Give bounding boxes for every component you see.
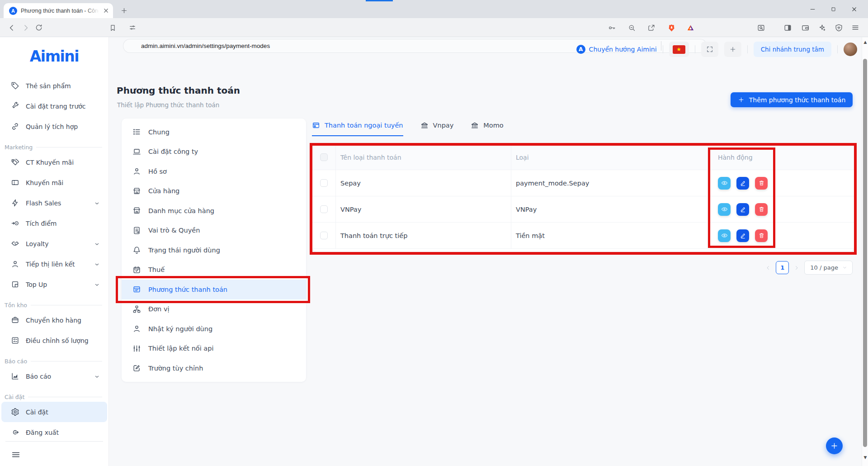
search-window-icon[interactable] [754, 18, 768, 37]
ai-sparkle-icon[interactable] [815, 18, 829, 37]
settings-menu-item[interactable]: Đơn vị [122, 300, 306, 319]
settings-menu-item-label: Trạng thái người dùng [148, 247, 220, 254]
window-controls [802, 0, 864, 18]
sidebar-item[interactable]: Tích điểm [0, 213, 108, 233]
sidebar-item[interactable]: CT Khuyến mãi [0, 152, 108, 172]
chev-right-icon [793, 265, 800, 271]
branch-button[interactable]: Chi nhánh trung tâm [754, 42, 831, 57]
sidebar-item[interactable]: Flash Sales [0, 193, 108, 213]
language-flag-button[interactable]: ★ [669, 42, 689, 57]
next-page-icon[interactable] [793, 265, 800, 271]
settings-menu-item[interactable]: Danh mục cửa hàng [122, 201, 306, 221]
add-quick-button[interactable] [724, 42, 741, 57]
tab-thanh-toán-ngoại-tuyến[interactable]: Thanh toán ngoại tuyến [312, 121, 403, 136]
settings-menu-item[interactable]: Thiết lập kết nối api [122, 339, 306, 359]
prev-page-icon[interactable] [765, 265, 771, 271]
settings-menu-item[interactable]: Cửa hàng [122, 181, 306, 201]
app-logo[interactable]: Aimini [0, 37, 108, 76]
scrollbar-thumb[interactable] [863, 59, 867, 447]
settings-menu-item[interactable]: Nhật ký người dùng [122, 319, 306, 339]
forward-button[interactable] [18, 18, 33, 37]
settings-menu-item[interactable]: Phương thức thanh toán [122, 280, 306, 300]
tab-vnpay[interactable]: Vnpay [420, 121, 454, 136]
window-minimize-button[interactable] [802, 0, 823, 18]
edit-button[interactable] [736, 229, 749, 242]
wallet-icon [801, 24, 810, 32]
vpn-shield-icon[interactable] [831, 18, 846, 37]
wallet-icon[interactable] [798, 18, 812, 37]
sidebar-item-label: Khuyến mãi [26, 179, 100, 186]
settings-menu-item[interactable]: Thuế [122, 260, 306, 280]
brave-shields-icon[interactable] [664, 18, 679, 37]
sidebar-item[interactable]: Cài đặt [1, 402, 107, 422]
sidebar-item[interactable]: Cài đặt trang trước [0, 96, 108, 116]
sidebar-item-label: Đăng xuất [26, 429, 100, 436]
pen-icon [740, 232, 746, 239]
settings-menu-item[interactable]: Hồ sơ [122, 162, 306, 181]
window-maximize-button[interactable] [823, 0, 844, 18]
back-button[interactable] [5, 18, 19, 37]
sidebar-collapse-icon[interactable] [11, 450, 108, 460]
browser-tab[interactable]: A Phương thức thanh toán - Công [4, 3, 113, 18]
edit-button[interactable] [736, 177, 749, 190]
floating-add-button[interactable] [826, 437, 843, 454]
tag-icon [11, 81, 19, 90]
sidebar-item[interactable]: Loyalty [0, 233, 108, 254]
settings-menu-item[interactable]: Cài đặt công ty [122, 142, 306, 162]
settings-menu-item[interactable]: Vai trò & Quyền [122, 221, 306, 241]
brave-rewards-icon[interactable] [683, 18, 698, 37]
view-button[interactable] [718, 203, 731, 216]
sidebar-item[interactable]: Đăng xuất [0, 422, 108, 442]
cell-payment-type: VNPay [511, 196, 708, 222]
share-icon[interactable] [644, 18, 658, 37]
page-number-button[interactable]: 1 [776, 261, 789, 274]
delete-button[interactable] [755, 177, 768, 190]
window-close-button[interactable] [844, 0, 864, 18]
view-button[interactable] [718, 229, 731, 242]
delete-button[interactable] [755, 203, 768, 216]
new-tab-button[interactable] [118, 4, 130, 17]
password-key-icon[interactable] [604, 18, 619, 37]
edit-button[interactable] [736, 203, 749, 216]
row-checkbox[interactable] [320, 205, 328, 213]
zoom-out-icon[interactable] [624, 18, 639, 37]
sidebar-item[interactable]: Tiếp thị liên kết [0, 254, 108, 274]
sidebar-toggle-icon[interactable] [780, 18, 795, 37]
sidebar-item[interactable]: Chuyển kho hàng [0, 310, 108, 330]
settings-menu-item-label: Cửa hàng [148, 187, 179, 195]
page-scrollbar[interactable]: ▲ ▼ [862, 37, 868, 466]
settings-menu-item[interactable]: Trường tùy chỉnh [122, 358, 306, 378]
settings-menu-item[interactable]: Trạng thái người dùng [122, 240, 306, 260]
settings-menu-item[interactable]: Chung [122, 122, 306, 142]
pen-icon [740, 180, 746, 186]
tab-momo[interactable]: Momo [471, 121, 503, 136]
scroll-up-icon[interactable]: ▲ [862, 40, 868, 44]
add-payment-method-button[interactable]: Thêm phương thức thanh toán [731, 92, 853, 107]
sidebar-item[interactable]: Quản lý tích hợp [0, 116, 108, 137]
view-button[interactable] [718, 177, 731, 190]
redirect-link[interactable]: A Chuyển hướng Aimini [576, 45, 657, 54]
scroll-down-icon[interactable]: ▼ [862, 455, 868, 460]
sidebar-item-label: Quản lý tích hợp [26, 123, 100, 130]
fullscreen-button[interactable] [701, 42, 718, 57]
select-all-checkbox[interactable] [320, 153, 328, 161]
sidebar-item[interactable]: Điều chỉnh số lượng [0, 330, 108, 351]
sidebar-nav: Thẻ sản phẩmCài đặt trang trướcQuản lý t… [0, 76, 108, 442]
user-avatar[interactable] [844, 43, 857, 56]
sidebar-item[interactable]: Khuyến mãi [0, 172, 108, 193]
bookmark-icon[interactable] [105, 18, 120, 37]
row-checkbox[interactable] [320, 232, 328, 239]
close-icon [851, 6, 858, 13]
delete-button[interactable] [755, 229, 768, 242]
browser-menu-icon[interactable] [848, 18, 863, 37]
tab-close-icon[interactable] [103, 7, 109, 14]
sidebar-item[interactable]: Báo cáo [0, 366, 108, 386]
sidebar-item[interactable]: Thẻ sản phẩm [0, 76, 108, 96]
page-size-select[interactable]: 10 / page [804, 261, 853, 275]
row-checkbox[interactable] [320, 179, 328, 187]
person-icon [11, 260, 19, 268]
sidebar-item[interactable]: Top Up [0, 274, 108, 295]
settings-menu-item-label: Trường tùy chỉnh [148, 365, 203, 372]
site-settings-icon[interactable] [125, 18, 140, 37]
reload-button[interactable] [32, 18, 46, 37]
